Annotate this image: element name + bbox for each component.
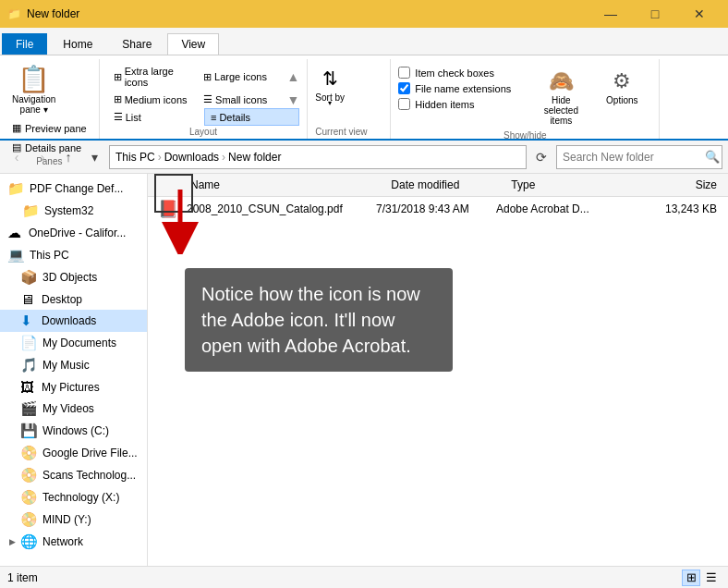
- sidebar-item-label: OneDrive - Califor...: [29, 227, 126, 239]
- layout-scroll-up[interactable]: ▲: [286, 63, 299, 91]
- sidebar-item-label: MIND (Y:): [42, 513, 91, 526]
- sidebar-item-system32[interactable]: 📁 System32: [0, 200, 147, 222]
- sidebar-item-label: 3D Objects: [42, 271, 97, 284]
- current-view-label: Current view: [315, 127, 367, 139]
- column-date-modified[interactable]: Date modified: [385, 177, 505, 193]
- item-checkboxes-row: Item check boxes: [398, 65, 528, 80]
- sidebar-item-network[interactable]: ▶ 🌐 Network: [0, 531, 147, 553]
- sidebar-item-label: PDF Change Def...: [30, 182, 123, 195]
- medium-icons-button[interactable]: ⊞ Medium icons: [107, 91, 195, 108]
- 3dobjects-icon: 📦: [20, 269, 38, 286]
- sidebar: 📁 PDF Change Def... 📁 System32 ☁ OneDriv…: [0, 174, 148, 566]
- tab-view[interactable]: View: [167, 33, 219, 55]
- options-label: Options: [606, 95, 637, 105]
- details-icon: ≡: [211, 112, 216, 123]
- item-checkboxes-checkbox[interactable]: [398, 67, 410, 79]
- tab-file[interactable]: File: [2, 33, 47, 55]
- maximize-button[interactable]: □: [634, 0, 676, 28]
- sidebar-item-mymusic[interactable]: 🎵 My Music: [0, 354, 147, 376]
- list-view-button[interactable]: ☰: [702, 570, 721, 586]
- preview-pane-label: Preview pane: [25, 123, 87, 134]
- refresh-button[interactable]: ⟳: [530, 146, 552, 168]
- list-icon: ☰: [114, 111, 123, 123]
- panes-label: Panes: [7, 156, 91, 168]
- sidebar-item-mypictures[interactable]: 🖼 My Pictures: [0, 376, 147, 398]
- drive-icon: 📀: [20, 489, 38, 506]
- sidebar-item-desktop[interactable]: 🖥 Desktop: [0, 288, 147, 310]
- details-pane-button[interactable]: ▤ Details pane: [7, 139, 91, 156]
- disk-icon: 💾: [20, 423, 38, 439]
- large-icons-button[interactable]: ⊞ Large icons: [197, 63, 285, 91]
- main-area: 📁 PDF Change Def... 📁 System32 ☁ OneDriv…: [0, 174, 728, 566]
- checkboxes-group: Item check boxes File name extensions Hi…: [398, 65, 528, 112]
- sidebar-item-windows[interactable]: 💾 Windows (C:): [0, 420, 147, 442]
- drive-icon: 📀: [20, 467, 38, 484]
- sort-by-button[interactable]: ⇅: [316, 65, 345, 92]
- search-input[interactable]: [563, 151, 701, 164]
- table-row[interactable]: 📕 2008_2010_CSUN_Catalog.pdf 7/31/2018 9…: [148, 197, 728, 221]
- sidebar-item-label: Downloads: [42, 314, 96, 327]
- details-button[interactable]: ≡ Details: [204, 108, 299, 126]
- hide-selected-button[interactable]: 🙈 Hide selecteditems: [531, 65, 590, 130]
- hidden-items-label: Hidden items: [415, 99, 474, 110]
- folder-icon: 📁: [7, 180, 25, 197]
- ribbon: 📋 Navigationpane ▾ ▦ Preview pane ▤ Deta…: [0, 55, 728, 141]
- sidebar-item-label: Desktop: [42, 293, 82, 306]
- sidebar-item-label: My Music: [42, 359, 90, 372]
- extra-large-icons-button[interactable]: ⊞ Extra large icons: [107, 63, 195, 91]
- close-button[interactable]: ✕: [678, 0, 721, 28]
- tab-share[interactable]: Share: [108, 33, 165, 55]
- minimize-button[interactable]: —: [589, 0, 632, 28]
- preview-pane-button[interactable]: ▦ Preview pane: [7, 119, 91, 137]
- address-part-1[interactable]: This PC: [115, 151, 155, 164]
- options-button[interactable]: ⚙ Options: [592, 65, 651, 110]
- sidebar-item-label: Technology (X:): [42, 491, 119, 504]
- sidebar-item-label: My Videos: [42, 402, 94, 415]
- hidden-items-checkbox[interactable]: [398, 98, 410, 110]
- extra-large-icon: ⊞: [114, 71, 122, 83]
- file-name-extensions-row: File name extensions: [398, 80, 528, 96]
- tab-home[interactable]: Home: [49, 33, 106, 55]
- sidebar-item-downloads[interactable]: ⬇ Downloads: [0, 310, 147, 332]
- options-icon: ⚙: [613, 69, 631, 93]
- details-pane-icon: ▤: [12, 141, 21, 153]
- ribbon-group-show-hide: Item check boxes File name extensions Hi…: [391, 59, 660, 139]
- column-name[interactable]: Name: [148, 177, 385, 193]
- file-name-extensions-checkbox[interactable]: [398, 82, 410, 94]
- ribbon-group-current-view: ⇅ Sort by ▾ Current view: [308, 59, 391, 139]
- sidebar-item-3dobjects[interactable]: 📦 3D Objects: [0, 266, 147, 288]
- address-bar[interactable]: This PC › Downloads › New folder: [109, 145, 527, 169]
- hidden-items-row: Hidden items: [398, 96, 528, 112]
- sidebar-item-label: Network: [42, 535, 83, 548]
- address-part-2[interactable]: Downloads: [164, 151, 219, 164]
- sidebar-item-mydocuments[interactable]: 📄 My Documents: [0, 332, 147, 354]
- sidebar-item-onedrive[interactable]: ☁ OneDrive - Califor...: [0, 222, 147, 244]
- sidebar-item-label: Scans Technolog...: [42, 469, 136, 482]
- preview-pane-icon: ▦: [12, 122, 21, 134]
- network-icon: 🌐: [20, 533, 38, 550]
- title-bar: 📁 New folder — □ ✕: [0, 0, 728, 28]
- sidebar-item-thispc[interactable]: 💻 This PC: [0, 244, 147, 266]
- sidebar-item-myvideos[interactable]: 🎬 My Videos: [0, 398, 147, 420]
- grid-view-button[interactable]: ⊞: [682, 570, 700, 586]
- navigation-pane-button[interactable]: 📋 Navigationpane ▾: [7, 61, 60, 117]
- column-size[interactable]: Size: [616, 177, 728, 193]
- layout-scroll-down[interactable]: ▼: [286, 91, 299, 108]
- pdf-file-icon: 📕: [155, 199, 181, 219]
- music-icon: 🎵: [20, 357, 38, 374]
- address-part-3[interactable]: New folder: [228, 151, 281, 164]
- sidebar-item-technology[interactable]: 📀 Technology (X:): [0, 486, 147, 508]
- hide-selected-label: Hide selecteditems: [536, 95, 586, 126]
- sidebar-item-mind[interactable]: 📀 MIND (Y:): [0, 508, 147, 531]
- sidebar-item-pdf[interactable]: 📁 PDF Change Def...: [0, 178, 147, 200]
- small-icons-button[interactable]: ☰ Small icons: [197, 91, 285, 108]
- cloud-icon: ☁: [7, 225, 24, 241]
- list-button[interactable]: ☰ List: [107, 108, 202, 126]
- column-type[interactable]: Type: [505, 177, 616, 193]
- sidebar-item-googledrive[interactable]: 📀 Google Drive File...: [0, 442, 147, 464]
- search-bar[interactable]: 🔍: [556, 145, 722, 169]
- sidebar-item-label: Windows (C:): [42, 424, 109, 437]
- downloads-icon: ⬇: [20, 312, 37, 329]
- sort-icon: ⇅: [322, 69, 338, 88]
- sidebar-item-scans[interactable]: 📀 Scans Technolog...: [0, 464, 147, 486]
